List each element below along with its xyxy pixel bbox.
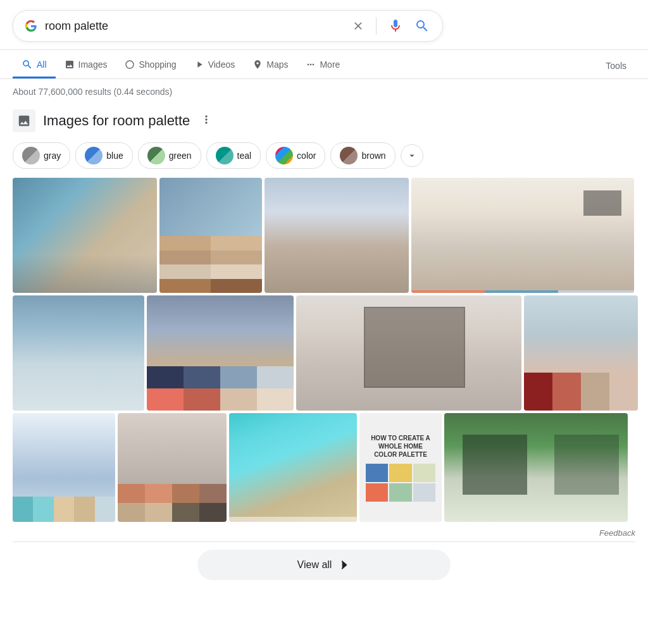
tab-videos[interactable]: Videos	[185, 53, 244, 78]
divider-bar	[376, 17, 377, 35]
image-grid: HOW TO CREATE AWHOLE HOMECOLOR PALETTE	[0, 178, 648, 522]
chip-brown[interactable]: brown	[330, 142, 395, 169]
image-item[interactable]	[147, 295, 294, 411]
image-item[interactable]: HOW TO CREATE AWHOLE HOMECOLOR PALETTE	[359, 413, 442, 522]
image-item[interactable]	[159, 178, 262, 293]
chip-thumb-teal	[216, 147, 234, 164]
clear-button[interactable]	[349, 17, 367, 35]
chip-thumb-color	[275, 147, 293, 164]
chips-expand-button[interactable]	[401, 144, 423, 167]
image-item[interactable]	[13, 178, 157, 293]
view-all-button[interactable]: View all	[197, 550, 451, 580]
section-icon	[13, 109, 35, 132]
image-item[interactable]	[444, 413, 628, 522]
mic-icon	[388, 18, 403, 34]
image-row-2	[13, 295, 635, 411]
section-title: Images for room palette	[43, 113, 190, 129]
chip-gray[interactable]: gray	[13, 142, 70, 169]
image-item[interactable]	[13, 413, 115, 522]
chip-color[interactable]: color	[266, 142, 325, 169]
search-icons	[349, 16, 432, 36]
chip-thumb-brown	[340, 147, 358, 164]
chip-teal[interactable]: teal	[206, 142, 261, 169]
image-item[interactable]	[118, 413, 227, 522]
voice-search-button[interactable]	[385, 16, 406, 36]
maps-tab-icon	[252, 59, 263, 70]
feedback-link[interactable]: Feedback	[0, 524, 648, 542]
chip-thumb-gray	[22, 147, 40, 164]
chip-blue[interactable]: blue	[75, 142, 132, 169]
section-header: Images for room palette	[0, 104, 648, 140]
image-item[interactable]	[296, 295, 521, 411]
chip-thumb-blue	[85, 147, 103, 164]
all-tab-icon	[22, 59, 33, 70]
tools-button[interactable]: Tools	[597, 54, 635, 77]
search-input[interactable]: room palette	[45, 20, 349, 33]
arrow-right-icon	[338, 559, 351, 571]
search-icon	[414, 18, 430, 34]
vertical-dots-icon	[200, 113, 213, 126]
view-all-container: View all	[0, 542, 648, 593]
videos-tab-icon	[194, 59, 204, 70]
image-item[interactable]	[265, 178, 409, 293]
results-info: About 77,600,000 results (0.44 seconds)	[0, 79, 648, 104]
chip-thumb-green	[147, 147, 165, 164]
section-more-button[interactable]	[197, 111, 215, 132]
tab-shopping[interactable]: Shopping	[116, 53, 185, 78]
shopping-tab-icon	[125, 59, 135, 70]
image-item[interactable]	[13, 295, 144, 411]
google-logo	[23, 18, 39, 34]
nav-tabs: All Images Shopping Videos Maps More Too…	[0, 50, 648, 79]
image-item[interactable]	[524, 295, 638, 411]
tab-images[interactable]: Images	[56, 53, 116, 78]
more-tab-icon	[306, 59, 316, 70]
tab-more[interactable]: More	[297, 53, 349, 78]
image-item[interactable]	[229, 413, 357, 522]
search-button[interactable]	[412, 16, 432, 36]
tab-maps[interactable]: Maps	[244, 53, 297, 78]
tab-all[interactable]: All	[13, 53, 56, 78]
images-section-icon	[17, 114, 31, 128]
filter-chips: gray blue green teal color brown	[0, 140, 648, 178]
image-row-1	[13, 178, 635, 293]
search-bar: room palette	[13, 10, 443, 42]
chevron-down-icon	[406, 150, 418, 161]
image-item[interactable]	[411, 178, 634, 293]
clear-icon	[352, 20, 364, 32]
chip-green[interactable]: green	[138, 142, 201, 169]
search-bar-container: room palette	[0, 0, 648, 50]
images-tab-icon	[65, 59, 75, 70]
image-row-3: HOW TO CREATE AWHOLE HOMECOLOR PALETTE	[13, 413, 635, 522]
